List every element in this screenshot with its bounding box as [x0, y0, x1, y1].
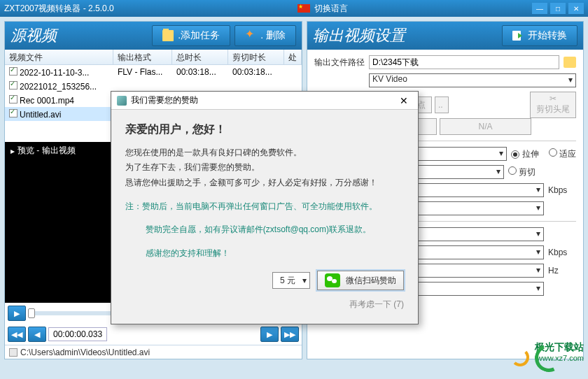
col-duration[interactable]: 总时长 — [172, 50, 228, 64]
wechat-sponsor-button[interactable]: 微信扫码赞助 — [317, 271, 404, 290]
status-path: C:\Users\admin\Videos\Untitled.avi — [20, 348, 150, 357]
maximize-button[interactable]: □ — [550, 3, 566, 14]
col-proc[interactable]: 处 — [284, 50, 302, 64]
dialog-body: 亲爱的用户，您好！ 您现在使用的是一款具有良好口碑的免费软件。 为了生存下去，我… — [111, 110, 418, 324]
dialog-titlebar[interactable]: 我们需要您的赞助 ✕ — [111, 92, 418, 110]
dialog-note: 注：赞助后，当前电脑不再弹出任何窗口广告、可全功能使用软件。 — [125, 199, 404, 215]
language-switch[interactable]: 切换语言 — [298, 3, 348, 15]
time-display: 00:00:00.033 — [48, 327, 107, 341]
add-task-label: .添加任务 — [178, 29, 220, 42]
dialog-note: 感谢您的支持和理解！ — [125, 246, 404, 262]
output-format-select[interactable]: KV Video — [369, 73, 576, 87]
col-cut[interactable]: 剪切时长 — [228, 50, 284, 64]
folder-icon — [162, 30, 174, 41]
trim-label: 剪切头尾 — [536, 103, 570, 115]
titlebar: ZXT2007视频转换器 - 2.5.0.0 切换语言 — □ ✕ — [0, 0, 588, 17]
close-button[interactable]: ✕ — [568, 3, 584, 14]
scale-stretch-option[interactable]: 拉伸 — [511, 148, 538, 160]
table-row[interactable]: 2022-10-11-10-3... FLV - Flas... 00:03:1… — [5, 65, 302, 79]
amount-select[interactable]: 5 元 — [272, 272, 310, 289]
step-fwd-button[interactable]: ▶ — [260, 327, 279, 342]
dialog-line: 为了生存下去，我们需要您的赞助。 — [125, 160, 404, 176]
row-checkbox[interactable] — [9, 95, 18, 103]
dialog-heading: 亲爱的用户，您好！ — [125, 120, 404, 140]
window-title: ZXT2007视频转换器 - 2.5.0.0 — [4, 3, 114, 15]
output-path-input[interactable] — [369, 55, 559, 69]
output-panel-title: 输出视频设置 — [313, 25, 498, 46]
language-switch-label: 切换语言 — [314, 3, 348, 15]
start-label: 开始转换 — [528, 29, 567, 42]
step-back-button[interactable]: ◀ — [28, 327, 46, 342]
wechat-icon — [325, 273, 340, 287]
unit-kbps: Kbps — [548, 185, 576, 195]
output-path-label: 输出文件路径 — [314, 57, 365, 69]
ellipsis-button-2[interactable]: .. — [435, 96, 449, 113]
start-convert-button[interactable]: 开始转换 — [502, 25, 578, 46]
unit-kbps-2: Kbps — [548, 248, 576, 257]
browse-folder-button[interactable] — [564, 57, 576, 68]
watermark-logo-icon — [507, 344, 535, 364]
seek-thumb[interactable] — [28, 308, 35, 318]
start-icon — [512, 30, 524, 41]
delete-button[interactable]: . 删除 — [234, 25, 296, 46]
delete-label: . 删除 — [260, 29, 286, 42]
na-2: N/A — [440, 118, 531, 135]
col-format[interactable]: 输出格式 — [113, 50, 172, 64]
minimize-button[interactable]: — — [532, 3, 547, 14]
dialog-line: 您现在使用的是一款具有良好口碑的免费软件。 — [125, 145, 404, 161]
source-table-header: 视频文件 输出格式 总时长 剪切时长 处 — [5, 50, 302, 65]
add-task-button[interactable]: .添加任务 — [152, 25, 230, 46]
transport-row: ◀◀ ◀ 00:00:00.033 ▶ ▶▶ — [5, 324, 302, 345]
brush-icon — [245, 30, 256, 41]
next-button[interactable]: ▶▶ — [281, 327, 299, 342]
trim-button[interactable]: ✂ 剪切头尾 — [530, 92, 576, 118]
output-panel-header: 输出视频设置 开始转换 — [307, 22, 583, 50]
dialog-line: 恳请您伸出援助之手，金额可多可少，好人必定有好报，万分感谢！ — [125, 176, 404, 191]
source-panel-header: 源视频 .添加任务 . 删除 — [5, 22, 302, 50]
flag-icon — [298, 4, 310, 13]
wechat-sponsor-label: 微信扫码赞助 — [346, 273, 396, 289]
file-icon — [9, 348, 18, 357]
scissors-icon: ✂ — [550, 94, 556, 103]
dialog-title: 我们需要您的赞助 — [131, 94, 198, 106]
source-panel-title: 源视频 — [10, 25, 148, 46]
row-checkbox[interactable] — [9, 81, 18, 90]
dialog-note: 赞助完全自愿，如有异议请邮件(zxtsoft@qq.com)联系退款。 — [125, 222, 404, 238]
dialog-icon — [117, 96, 127, 106]
unit-hz: Hz — [548, 266, 576, 276]
scale-fit-option[interactable]: 适应 — [549, 148, 576, 160]
watermark: 极光下载站 www.xz7.com — [535, 341, 584, 362]
prev-button[interactable]: ◀◀ — [8, 327, 26, 342]
dialog-close-button[interactable]: ✕ — [396, 95, 412, 106]
scale-crop-option[interactable]: 剪切 — [508, 166, 536, 178]
play-button[interactable]: ▶ — [8, 306, 26, 321]
statusbar: C:\Users\admin\Videos\Untitled.avi — [5, 345, 302, 359]
consider-later-button[interactable]: 再考虑一下 (7) — [125, 297, 404, 313]
col-file[interactable]: 视频文件 — [5, 50, 113, 64]
row-checkbox[interactable] — [9, 67, 18, 76]
row-checkbox[interactable] — [9, 109, 18, 117]
sponsor-dialog: 我们需要您的赞助 ✕ 亲爱的用户，您好！ 您现在使用的是一款具有良好口碑的免费软… — [111, 91, 419, 324]
